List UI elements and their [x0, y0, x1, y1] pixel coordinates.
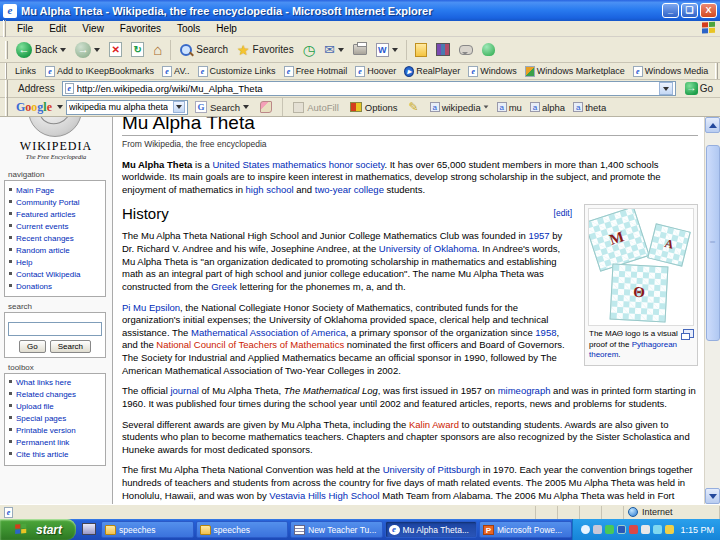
scrollbar-track[interactable]: [705, 133, 720, 488]
word-find-button[interactable]: a theta: [569, 99, 610, 115]
taskbar-window-button[interactable]: speeches: [196, 521, 289, 538]
logo-thumbnail-box[interactable]: Μ Α Θ The ΜΑΘ logo is a visual proof of …: [584, 204, 698, 365]
tray-icon[interactable]: [617, 525, 626, 534]
menu-item[interactable]: File: [9, 23, 41, 34]
taskbar-window-button[interactable]: e Mu Alpha Theta...: [385, 521, 478, 538]
tray-icon[interactable]: [629, 525, 638, 534]
research-button[interactable]: [432, 38, 454, 61]
mu-alpha-theta-logo-image[interactable]: Μ Α Θ: [588, 208, 694, 326]
links-bar-item[interactable]: e Windows Media: [629, 66, 713, 77]
back-dropdown-icon[interactable]: [60, 48, 66, 52]
sidebar-nav-link[interactable]: Current events: [9, 220, 103, 232]
tray-icon[interactable]: [641, 525, 650, 534]
links-bar-item[interactable]: Windows Marketplace: [521, 66, 629, 77]
print-button[interactable]: [349, 38, 371, 61]
notes-button[interactable]: [411, 38, 431, 61]
search-button[interactable]: Search: [175, 38, 232, 61]
google-logo[interactable]: Google: [14, 100, 54, 115]
sidebar-nav-link[interactable]: Community Portal: [9, 196, 103, 208]
taskbar-window-button[interactable]: P Microsoft Powe...: [479, 521, 572, 538]
home-button[interactable]: ⌂: [149, 38, 166, 61]
wikipedia-logo[interactable]: WIKIPEDIA The Free Encyclopedia: [0, 117, 112, 165]
address-grip[interactable]: [5, 80, 8, 98]
minimize-button[interactable]: _: [662, 3, 679, 18]
address-url[interactable]: http://en.wikipedia.org/wiki/Mu_Alpha_Th…: [77, 83, 656, 94]
edit-dropdown-icon[interactable]: [392, 48, 398, 52]
wiki-go-button[interactable]: Go: [19, 340, 46, 353]
scrollbar-thumb[interactable]: [706, 145, 720, 341]
menu-grip[interactable]: [3, 20, 6, 38]
toolbox-link[interactable]: Special pages: [9, 413, 103, 425]
tray-icon[interactable]: [605, 525, 614, 534]
google-logo-dropdown-icon[interactable]: [57, 105, 63, 109]
wiki-search-input[interactable]: [8, 322, 102, 336]
word-find-button[interactable]: a mu: [493, 99, 526, 115]
google-search-dropdown-icon[interactable]: [243, 105, 249, 109]
forward-button[interactable]: →: [71, 38, 104, 61]
links-grip[interactable]: [5, 63, 7, 80]
start-button[interactable]: start: [0, 519, 76, 540]
word-find-button[interactable]: a wikipedia: [426, 99, 493, 115]
links-bar-item[interactable]: e AV..: [158, 66, 194, 77]
toolbox-link[interactable]: Permanent link: [9, 437, 103, 449]
links-bar-item[interactable]: e Add to IKeepBookmarks: [41, 66, 158, 77]
highlight-button[interactable]: ✎: [405, 99, 423, 116]
favorites-button[interactable]: ★ Favorites: [233, 38, 298, 61]
sidebar-nav-link[interactable]: Recent changes: [9, 232, 103, 244]
go-button[interactable]: → Go: [680, 81, 718, 97]
toolbar-grip[interactable]: [5, 41, 8, 59]
restore-button[interactable]: ❏: [681, 3, 698, 18]
toolbox-link[interactable]: Cite this article: [9, 449, 103, 461]
pagerank-button[interactable]: [256, 99, 276, 116]
options-button[interactable]: Options: [346, 99, 402, 116]
menu-item[interactable]: View: [74, 23, 112, 34]
back-button[interactable]: ← Back: [12, 38, 70, 61]
mail-button[interactable]: ✉: [320, 38, 348, 61]
links-bar-item[interactable]: e Free Hotmail: [280, 66, 352, 77]
menu-item[interactable]: Help: [208, 23, 245, 34]
menu-item[interactable]: Tools: [169, 23, 208, 34]
toolbox-link[interactable]: Printable version: [9, 425, 103, 437]
toolbox-link[interactable]: Upload file: [9, 401, 103, 413]
sidebar-nav-link[interactable]: Random article: [9, 244, 103, 256]
quick-launch-icon[interactable]: [82, 523, 96, 535]
scroll-up-button[interactable]: [705, 117, 720, 133]
sidebar-nav-link[interactable]: Contact Wikipedia: [9, 268, 103, 280]
sidebar-nav-link[interactable]: Featured articles: [9, 208, 103, 220]
tray-icon[interactable]: [581, 525, 590, 534]
menu-item[interactable]: Favorites: [112, 23, 169, 34]
vertical-scrollbar[interactable]: [704, 117, 720, 504]
edit-button[interactable]: W: [372, 38, 402, 61]
autofill-button[interactable]: AutoFill: [289, 99, 343, 116]
google-search-button[interactable]: G Search: [191, 99, 253, 116]
refresh-button[interactable]: ↻: [127, 38, 148, 61]
scroll-down-button[interactable]: [705, 488, 720, 504]
sidebar-nav-link[interactable]: Donations: [9, 280, 103, 292]
stop-button[interactable]: ✕: [105, 38, 126, 61]
menu-item[interactable]: Edit: [41, 23, 74, 34]
forward-dropdown-icon[interactable]: [94, 48, 100, 52]
close-button[interactable]: X: [700, 3, 717, 18]
taskbar-window-button[interactable]: speeches: [101, 521, 194, 538]
wiki-search-button[interactable]: Search: [50, 340, 91, 353]
google-grip[interactable]: [5, 98, 8, 116]
toolbox-link[interactable]: What links here: [9, 377, 103, 389]
word-find-button[interactable]: a alpha: [526, 99, 569, 115]
address-dropdown-button[interactable]: [659, 82, 673, 95]
messenger-button[interactable]: [478, 38, 499, 61]
links-bar-item[interactable]: ▸ RealPlayer: [400, 66, 464, 77]
enlarge-icon[interactable]: [683, 329, 694, 338]
sidebar-nav-link[interactable]: Main Page: [9, 184, 103, 196]
address-input[interactable]: e http://en.wikipedia.org/wiki/Mu_Alpha_…: [62, 81, 676, 96]
tray-icon[interactable]: [653, 525, 662, 534]
links-bar-item[interactable]: e Customize Links: [194, 66, 280, 77]
taskbar-window-button[interactable]: New Teacher Tu...: [290, 521, 383, 538]
tray-icon[interactable]: [665, 525, 674, 534]
sidebar-nav-link[interactable]: Help: [9, 256, 103, 268]
google-search-input[interactable]: wikipedia mu alpha theta: [66, 100, 188, 115]
tray-icon[interactable]: [593, 525, 602, 534]
links-bar-item[interactable]: e Windows: [464, 66, 521, 77]
google-input-dropdown[interactable]: [173, 101, 185, 113]
mail-dropdown-icon[interactable]: [338, 48, 344, 52]
links-bar-item[interactable]: e Hoover: [351, 66, 400, 77]
